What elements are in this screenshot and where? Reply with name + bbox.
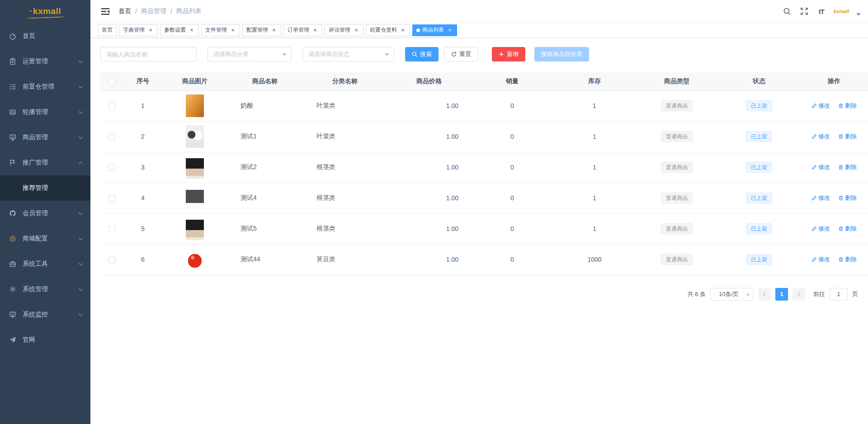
user-avatar[interactable]: kxmall (834, 9, 849, 14)
col-header-category: 分类名称 (303, 72, 387, 90)
tab-close-icon[interactable] (447, 27, 453, 33)
chevron-down-icon (79, 109, 83, 113)
sidebar-item-home[interactable]: 首页 (0, 24, 90, 49)
tab-close-icon[interactable] (189, 27, 195, 33)
tab-label: 评论管理 (329, 26, 350, 34)
cell-price: 1.00 (387, 90, 471, 121)
row-checkbox[interactable] (108, 256, 115, 263)
fullscreen-icon[interactable] (799, 6, 809, 16)
carousel-icon (9, 108, 16, 116)
row-checkbox[interactable] (108, 195, 115, 202)
table-row: 4 测试4 根茎类 1.00 0 1 普通商品 已上架 (100, 183, 868, 213)
sidebar-item-goods[interactable]: 商品管理 (0, 125, 90, 150)
page-number-button[interactable]: 1 (775, 288, 788, 301)
tab-label: 首页 (102, 26, 113, 34)
row-checkbox[interactable] (108, 133, 115, 140)
search-button[interactable]: 搜索 (405, 47, 439, 61)
breadcrumb-goods-management[interactable]: 商品管理 (141, 7, 166, 15)
sidebar-item-mall-config[interactable]: 商城配置 (0, 226, 90, 251)
sidebar-item-forward-warehouse[interactable]: 前置仓管理 (0, 74, 90, 99)
goods-status-select[interactable]: 请选择商品状态 (302, 47, 394, 61)
page-size-select[interactable]: 10条/页 (710, 288, 754, 301)
pagination-total: 共 6 条 (688, 290, 706, 298)
tab-active-dot (416, 28, 420, 32)
goods-name-input[interactable] (100, 47, 197, 61)
delete-button[interactable]: 删除 (838, 255, 857, 264)
edit-button[interactable]: 修改 (811, 225, 830, 233)
edit-button[interactable]: 修改 (811, 102, 830, 110)
cell-stock: 1 (553, 121, 636, 152)
tab-label: 文件管理 (205, 26, 227, 34)
select-all-checkbox[interactable] (108, 78, 115, 85)
cell-goods-name: 奶酪 (227, 90, 303, 121)
tab-close-icon[interactable] (230, 27, 236, 33)
sidebar-item-promotion[interactable]: 推广管理 (0, 150, 90, 175)
cell-sales: 0 (471, 121, 553, 152)
goto-page-input[interactable] (830, 288, 848, 301)
cell-stock: 1 (553, 183, 636, 213)
add-button[interactable]: 新增 (492, 47, 525, 61)
delete-button[interactable]: 删除 (838, 132, 857, 141)
chevron-down-icon (79, 210, 83, 215)
cell-goods-name: 测试5 (227, 213, 303, 244)
tab[interactable]: 文件管理 (201, 24, 240, 36)
status-tag[interactable]: 已上架 (746, 254, 772, 265)
delete-button[interactable]: 删除 (838, 225, 857, 233)
font-size-icon[interactable]: tT (816, 6, 826, 16)
product-type-tag: 普通商品 (661, 100, 693, 111)
tab[interactable]: 参数设置 (160, 24, 199, 36)
sidebar-item-operations[interactable]: 运营管理 (0, 49, 90, 74)
tab[interactable]: 前置仓资料 (366, 24, 410, 36)
delete-button[interactable]: 删除 (838, 194, 857, 202)
authorize-to-warehouse-button[interactable]: 授权商品到仓库 (534, 47, 589, 61)
edit-button[interactable]: 修改 (811, 194, 830, 202)
sidebar-item-system-admin[interactable]: 系统管理 (0, 277, 90, 302)
tab[interactable]: 配置管理 (242, 24, 281, 36)
edit-button[interactable]: 修改 (811, 132, 830, 141)
table-row: 3 测试2 根茎类 1.00 0 1 普通商品 已上架 (100, 152, 868, 183)
tab-close-icon[interactable] (353, 27, 359, 33)
sidebar-subitem-recommend[interactable]: 推荐管理 (0, 175, 90, 201)
tags-view-bar: 首页 字典管理 参数设置 文件管理 配置 (90, 23, 868, 38)
delete-button[interactable]: 删除 (838, 102, 857, 110)
edit-button[interactable]: 修改 (811, 163, 830, 171)
tab[interactable]: 首页 (98, 24, 117, 36)
tab[interactable]: 评论管理 (325, 24, 363, 36)
status-tag[interactable]: 已上架 (746, 131, 772, 142)
row-checkbox[interactable] (108, 164, 115, 171)
tab-close-icon[interactable] (147, 27, 154, 33)
app-logo[interactable]: kxmall (0, 0, 90, 23)
cell-price: 1.00 (387, 152, 471, 183)
status-tag[interactable]: 已上架 (746, 223, 772, 234)
chevron-down-icon (79, 311, 83, 316)
tab[interactable]: 商品列表 (412, 24, 457, 36)
tab-close-icon[interactable] (271, 27, 277, 33)
search-icon[interactable] (782, 6, 792, 16)
tab[interactable]: 订单管理 (283, 24, 322, 36)
status-tag[interactable]: 已上架 (746, 100, 772, 111)
reset-button[interactable]: 重置 (444, 47, 478, 61)
sidebar-item-carousel[interactable]: 轮播管理 (0, 99, 90, 125)
edit-button[interactable]: 修改 (811, 255, 830, 264)
tab[interactable]: 字典管理 (119, 24, 158, 36)
product-type-tag: 普通商品 (661, 193, 693, 203)
goods-category-select[interactable]: 选择商品分类 (208, 47, 292, 61)
next-page-button[interactable] (793, 288, 805, 301)
sidebar-item-system-monitor[interactable]: 系统监控 (0, 302, 90, 327)
row-checkbox[interactable] (108, 103, 115, 109)
tab-close-icon[interactable] (400, 27, 406, 33)
delete-button[interactable]: 删除 (838, 163, 857, 171)
sidebar-toggle-icon[interactable] (98, 3, 114, 19)
breadcrumb-home[interactable]: 首页 (118, 7, 131, 15)
status-tag[interactable]: 已上架 (746, 162, 772, 173)
sidebar-item-official-site[interactable]: 官网 (0, 327, 90, 353)
tab-close-icon[interactable] (312, 27, 318, 33)
sidebar-item-system-tools[interactable]: 系统工具 (0, 251, 90, 277)
row-checkbox[interactable] (108, 226, 115, 232)
prev-page-button[interactable] (758, 288, 771, 301)
user-dropdown-caret-icon[interactable] (856, 13, 861, 16)
product-image (186, 248, 204, 271)
clipboard-icon (9, 58, 16, 65)
status-tag[interactable]: 已上架 (746, 193, 772, 203)
sidebar-item-members[interactable]: 会员管理 (0, 201, 90, 226)
